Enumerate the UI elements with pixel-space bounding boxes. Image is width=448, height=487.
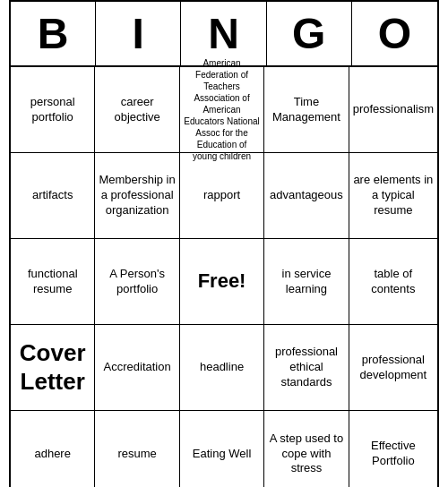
bingo-cell-18: professional ethical standards: [264, 325, 349, 411]
bingo-cell-1: career objective: [95, 67, 179, 153]
bingo-cell-23: A step used to cope with stress: [264, 411, 349, 487]
bingo-letter-g: G: [267, 2, 352, 65]
bingo-cell-14: table of contents: [349, 239, 437, 325]
bingo-letter-o: O: [352, 2, 437, 65]
bingo-cell-13: in service learning: [264, 239, 349, 325]
bingo-cell-9: are elements in a typical resume: [349, 153, 437, 239]
bingo-cell-20: adhere: [11, 411, 95, 487]
bingo-cell-7: rapport: [180, 153, 264, 239]
bingo-cell-15: Cover Letter: [11, 325, 95, 411]
bingo-letter-i: I: [96, 2, 181, 65]
bingo-card: BINGO personal portfoliocareer objective…: [9, 0, 439, 487]
bingo-cell-11: A Person's portfolio: [95, 239, 179, 325]
bingo-cell-19: professional development: [349, 325, 437, 411]
bingo-cell-5: artifacts: [11, 153, 95, 239]
bingo-cell-12: Free!: [180, 239, 264, 325]
bingo-letter-n: N: [181, 2, 266, 65]
bingo-cell-2: American Federation of Teachers Associat…: [180, 67, 264, 153]
bingo-cell-17: headline: [180, 325, 264, 411]
bingo-letter-b: B: [11, 2, 96, 65]
bingo-cell-10: functional resume: [11, 239, 95, 325]
bingo-cell-21: resume: [95, 411, 179, 487]
bingo-cell-0: personal portfolio: [11, 67, 95, 153]
bingo-cell-8: advantageous: [264, 153, 349, 239]
bingo-cell-4: professionalism: [349, 67, 437, 153]
bingo-cell-24: Effective Portfolio: [349, 411, 437, 487]
bingo-grid: personal portfoliocareer objectiveAmeric…: [11, 67, 437, 487]
bingo-cell-6: Membership in a professional organizatio…: [95, 153, 179, 239]
bingo-cell-22: Eating Well: [180, 411, 264, 487]
bingo-cell-16: Accreditation: [95, 325, 179, 411]
bingo-cell-3: Time Management: [264, 67, 349, 153]
